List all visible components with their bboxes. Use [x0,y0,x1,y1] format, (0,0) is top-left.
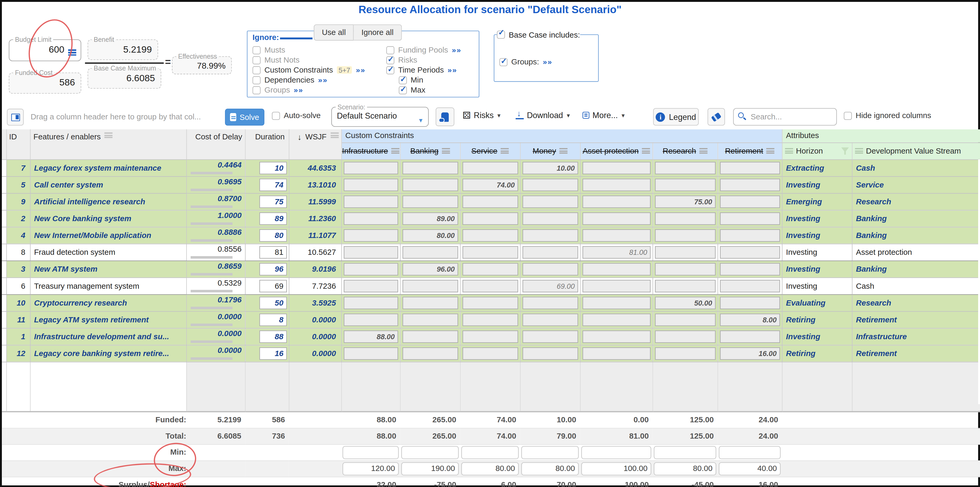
duration-input[interactable]: 74 [259,178,287,191]
checkbox[interactable] [386,66,395,74]
constraint-input[interactable] [462,212,518,225]
constraint-input[interactable] [402,162,458,174]
more-menu[interactable]: More... ▾ [582,111,625,120]
constraint-input[interactable]: 81.00 [582,246,650,259]
expander-chevrons[interactable]: »» [447,65,457,74]
table-row[interactable]: 5 Call center system 0.9695 74 13.1010 7… [2,176,980,193]
duration-input[interactable]: 80 [259,229,287,242]
constraint-input[interactable] [582,263,650,275]
constraint-input[interactable] [582,178,650,191]
duration-input[interactable]: 81 [259,246,287,259]
constraint-input[interactable] [522,313,578,326]
min-constraint-input[interactable] [521,446,579,459]
base-case-groups-checkbox[interactable] [500,58,508,66]
column-menu-icon[interactable] [391,148,399,154]
hide-ignored-checkbox[interactable] [844,111,852,120]
constraint-input[interactable] [655,178,715,191]
checkbox[interactable] [399,86,407,94]
constraint-input[interactable] [343,279,398,292]
max-constraint-input[interactable]: 80.00 [654,462,716,475]
max-constraint-input[interactable]: 80.00 [521,462,579,475]
constraint-input[interactable] [462,347,518,360]
expander-chevrons[interactable]: »» [294,86,303,94]
max-constraint-input[interactable]: 40.00 [719,462,781,475]
table-row[interactable]: 12 Legacy core banking system retire... … [2,345,980,362]
min-constraint-input[interactable] [581,446,651,459]
constraint-column-header-money[interactable]: Money [520,143,580,159]
constraint-input[interactable] [720,162,780,174]
constraint-input[interactable] [655,313,715,326]
constraint-column-header-banking[interactable]: Banking [400,143,460,159]
constraint-input[interactable] [343,246,398,259]
use-all-button[interactable]: Use all [314,24,354,41]
constraint-input[interactable]: 80.00 [402,229,458,242]
constraint-input[interactable]: 69.00 [522,279,578,292]
constraint-input[interactable]: 75.00 [655,195,715,208]
column-chooser-button[interactable] [7,109,24,125]
constraint-input[interactable] [343,162,398,174]
duration-input[interactable]: 69 [259,279,287,292]
table-row[interactable]: 7 Legacy forex system maintenance 0.4464… [2,159,980,176]
scenario-log-button[interactable] [436,108,454,126]
constraint-input[interactable] [582,195,650,208]
constraint-input[interactable] [343,297,398,309]
checkbox[interactable] [399,76,407,84]
constraint-input[interactable] [343,347,398,360]
risks-menu[interactable]: ⚄ Risks ▾ [463,111,501,120]
constraint-input[interactable] [720,229,780,242]
constraint-input[interactable] [522,347,578,360]
features-column-header[interactable]: Features / enablers [30,129,186,159]
constraint-input[interactable] [720,263,780,275]
table-row[interactable]: 10 Cryptocurrency research 0.1796 50 3.5… [2,294,980,311]
constraint-input[interactable] [522,229,578,242]
base-case-groups-expander[interactable]: »» [543,57,552,66]
column-menu-icon[interactable] [785,148,793,154]
constraint-input[interactable] [343,229,398,242]
constraint-input[interactable] [402,330,458,343]
constraint-input[interactable] [462,263,518,275]
table-row[interactable]: 9 Artificial intelligence research 0.870… [2,193,980,210]
constraint-input[interactable] [522,178,578,191]
constraint-input[interactable] [462,313,518,326]
ignore-all-button[interactable]: Ignore all [354,24,402,41]
budget-limit-field[interactable]: Budget Limit 600 [9,36,81,61]
horizon-column-header[interactable]: Horizon [782,143,852,159]
constraint-input[interactable] [655,279,715,292]
table-row[interactable]: 3 New ATM system 0.8659 96 9.0196 96.00 … [2,260,980,278]
constraint-input[interactable] [582,212,650,225]
constraint-input[interactable] [582,279,650,292]
constraint-input[interactable]: 74.00 [462,178,518,191]
id-column-header[interactable]: ID [6,129,30,159]
constraint-input[interactable] [462,195,518,208]
table-row[interactable]: 2 New Core banking system 1.0000 89 11.2… [2,210,980,227]
filter-funnel-icon[interactable] [841,147,849,155]
scenario-select[interactable]: Scenario: Default Scenario ▾ [331,104,429,127]
constraint-input[interactable] [720,297,780,309]
max-constraint-input[interactable]: 80.00 [461,462,519,475]
duration-input[interactable]: 10 [259,162,287,174]
constraint-input[interactable] [655,229,715,242]
constraint-input[interactable] [522,297,578,309]
constraint-input[interactable] [522,330,578,343]
column-menu-icon[interactable] [559,148,568,154]
min-constraint-input[interactable] [401,446,459,459]
constraint-input[interactable] [402,279,458,292]
constraint-column-header-asset-protection[interactable]: Asset protection [580,143,653,159]
clear-highlight-button[interactable] [708,108,725,126]
download-menu[interactable]: Download ▾ [515,111,570,120]
duration-input[interactable]: 96 [259,263,287,275]
solve-button[interactable]: Solve [225,109,264,125]
constraint-input[interactable] [655,212,715,225]
constraint-input[interactable] [720,279,780,292]
constraint-input[interactable] [462,297,518,309]
constraint-input[interactable]: 50.00 [655,297,715,309]
column-menu-icon[interactable] [855,148,863,154]
expander-chevrons[interactable]: »» [318,76,328,84]
constraint-input[interactable]: 89.00 [402,212,458,225]
constraint-input[interactable] [462,229,518,242]
column-menu-icon[interactable] [642,148,650,154]
checkbox[interactable] [253,76,261,84]
table-row[interactable]: 6 Treasury management system 0.5329 69 7… [2,278,980,294]
constraint-input[interactable] [720,212,780,225]
constraint-input[interactable] [720,246,780,259]
